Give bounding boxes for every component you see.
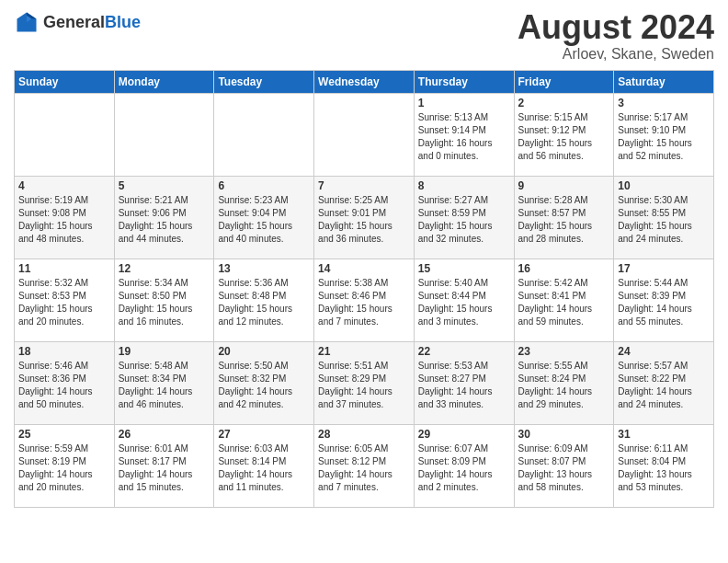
calendar-day-cell: [15, 93, 115, 176]
day-info: Sunrise: 5:25 AM Sunset: 9:01 PM Dayligh…: [318, 194, 410, 246]
day-info: Sunrise: 5:32 AM Sunset: 8:53 PM Dayligh…: [18, 277, 110, 328]
calendar-day-cell: 2Sunrise: 5:15 AM Sunset: 9:12 PM Daylig…: [514, 93, 614, 176]
day-number: 25: [18, 428, 110, 441]
day-info: Sunrise: 6:03 AM Sunset: 8:14 PM Dayligh…: [218, 442, 310, 494]
logo-icon: [14, 9, 40, 35]
calendar-day-cell: 16Sunrise: 5:42 AM Sunset: 8:41 PM Dayli…: [514, 259, 614, 341]
day-info: Sunrise: 5:59 AM Sunset: 8:19 PM Dayligh…: [18, 442, 110, 494]
logo-blue: Blue: [105, 13, 141, 31]
calendar-header-row: SundayMondayTuesdayWednesdayThursdayFrid…: [15, 70, 714, 93]
calendar-week-row: 25Sunrise: 5:59 AM Sunset: 8:19 PM Dayli…: [15, 424, 714, 507]
day-info: Sunrise: 5:53 AM Sunset: 8:27 PM Dayligh…: [418, 360, 510, 411]
calendar-day-cell: 21Sunrise: 5:51 AM Sunset: 8:29 PM Dayli…: [314, 341, 415, 424]
day-of-week-header: Saturday: [614, 70, 714, 93]
day-info: Sunrise: 5:23 AM Sunset: 9:04 PM Dayligh…: [218, 194, 310, 246]
day-info: Sunrise: 5:42 AM Sunset: 8:41 PM Dayligh…: [518, 277, 610, 328]
day-number: 12: [119, 262, 210, 275]
day-number: 11: [18, 262, 110, 275]
calendar-day-cell: 13Sunrise: 5:36 AM Sunset: 8:48 PM Dayli…: [214, 259, 314, 341]
day-info: Sunrise: 5:15 AM Sunset: 9:12 PM Dayligh…: [518, 111, 610, 163]
day-info: Sunrise: 5:50 AM Sunset: 8:32 PM Dayligh…: [218, 360, 310, 411]
day-info: Sunrise: 6:05 AM Sunset: 8:12 PM Dayligh…: [318, 442, 410, 494]
day-number: 9: [518, 179, 610, 192]
day-number: 8: [418, 179, 510, 192]
calendar-day-cell: 20Sunrise: 5:50 AM Sunset: 8:32 PM Dayli…: [214, 341, 314, 424]
calendar-day-cell: 27Sunrise: 6:03 AM Sunset: 8:14 PM Dayli…: [214, 424, 314, 507]
day-info: Sunrise: 5:57 AM Sunset: 8:22 PM Dayligh…: [618, 360, 710, 411]
day-number: 23: [518, 345, 610, 358]
day-info: Sunrise: 6:07 AM Sunset: 8:09 PM Dayligh…: [418, 442, 510, 494]
day-info: Sunrise: 5:34 AM Sunset: 8:50 PM Dayligh…: [119, 277, 210, 328]
day-number: 2: [518, 97, 610, 109]
day-info: Sunrise: 5:55 AM Sunset: 8:24 PM Dayligh…: [518, 360, 610, 411]
day-number: 18: [18, 345, 110, 358]
day-number: 6: [218, 179, 310, 192]
logo: GeneralBlue: [14, 9, 141, 35]
calendar-day-cell: [314, 93, 415, 176]
day-number: 14: [318, 262, 410, 275]
day-number: 27: [218, 428, 310, 441]
calendar-day-cell: 22Sunrise: 5:53 AM Sunset: 8:27 PM Dayli…: [414, 341, 514, 424]
day-number: 21: [318, 345, 410, 358]
day-info: Sunrise: 5:28 AM Sunset: 8:57 PM Dayligh…: [518, 194, 610, 246]
calendar-day-cell: 30Sunrise: 6:09 AM Sunset: 8:07 PM Dayli…: [514, 424, 614, 507]
calendar-week-row: 18Sunrise: 5:46 AM Sunset: 8:36 PM Dayli…: [15, 341, 714, 424]
day-info: Sunrise: 5:46 AM Sunset: 8:36 PM Dayligh…: [18, 360, 110, 411]
calendar-day-cell: 26Sunrise: 6:01 AM Sunset: 8:17 PM Dayli…: [114, 424, 214, 507]
location-subtitle: Arloev, Skane, Sweden: [518, 46, 714, 63]
calendar-week-row: 1Sunrise: 5:13 AM Sunset: 9:14 PM Daylig…: [15, 93, 714, 176]
title-block: August 2024 Arloev, Skane, Sweden: [518, 9, 714, 63]
day-number: 4: [18, 179, 110, 192]
day-number: 24: [618, 345, 710, 358]
day-of-week-header: Friday: [514, 70, 614, 93]
calendar-day-cell: [214, 93, 314, 176]
day-info: Sunrise: 5:17 AM Sunset: 9:10 PM Dayligh…: [618, 111, 710, 163]
day-number: 30: [518, 428, 610, 441]
day-info: Sunrise: 5:38 AM Sunset: 8:46 PM Dayligh…: [318, 277, 410, 328]
day-info: Sunrise: 5:27 AM Sunset: 8:59 PM Dayligh…: [418, 194, 510, 246]
day-of-week-header: Sunday: [15, 70, 115, 93]
calendar-day-cell: 11Sunrise: 5:32 AM Sunset: 8:53 PM Dayli…: [15, 259, 115, 341]
day-info: Sunrise: 5:21 AM Sunset: 9:06 PM Dayligh…: [119, 194, 210, 246]
day-number: 3: [618, 97, 710, 109]
calendar-day-cell: 28Sunrise: 6:05 AM Sunset: 8:12 PM Dayli…: [314, 424, 415, 507]
day-of-week-header: Thursday: [414, 70, 514, 93]
day-number: 26: [119, 428, 210, 441]
day-info: Sunrise: 5:40 AM Sunset: 8:44 PM Dayligh…: [418, 277, 510, 328]
calendar-day-cell: 6Sunrise: 5:23 AM Sunset: 9:04 PM Daylig…: [214, 176, 314, 259]
day-number: 22: [418, 345, 510, 358]
day-number: 28: [318, 428, 410, 441]
day-number: 15: [418, 262, 510, 275]
day-info: Sunrise: 5:19 AM Sunset: 9:08 PM Dayligh…: [18, 194, 110, 246]
calendar-day-cell: 4Sunrise: 5:19 AM Sunset: 9:08 PM Daylig…: [15, 176, 115, 259]
calendar-day-cell: 17Sunrise: 5:44 AM Sunset: 8:39 PM Dayli…: [614, 259, 714, 341]
calendar-day-cell: 10Sunrise: 5:30 AM Sunset: 8:55 PM Dayli…: [614, 176, 714, 259]
calendar-table: SundayMondayTuesdayWednesdayThursdayFrid…: [14, 70, 714, 508]
calendar-day-cell: 3Sunrise: 5:17 AM Sunset: 9:10 PM Daylig…: [614, 93, 714, 176]
calendar-day-cell: 24Sunrise: 5:57 AM Sunset: 8:22 PM Dayli…: [614, 341, 714, 424]
calendar-day-cell: 1Sunrise: 5:13 AM Sunset: 9:14 PM Daylig…: [414, 93, 514, 176]
day-number: 7: [318, 179, 410, 192]
day-info: Sunrise: 6:09 AM Sunset: 8:07 PM Dayligh…: [518, 442, 610, 494]
day-of-week-header: Wednesday: [314, 70, 415, 93]
logo-text: GeneralBlue: [43, 13, 141, 32]
page-header: GeneralBlue August 2024 Arloev, Skane, S…: [14, 9, 714, 63]
day-info: Sunrise: 6:11 AM Sunset: 8:04 PM Dayligh…: [618, 442, 710, 494]
day-number: 16: [518, 262, 610, 275]
month-year-title: August 2024: [518, 9, 714, 46]
day-number: 1: [418, 97, 510, 109]
calendar-day-cell: 23Sunrise: 5:55 AM Sunset: 8:24 PM Dayli…: [514, 341, 614, 424]
day-number: 19: [119, 345, 210, 358]
calendar-day-cell: 5Sunrise: 5:21 AM Sunset: 9:06 PM Daylig…: [114, 176, 214, 259]
calendar-week-row: 11Sunrise: 5:32 AM Sunset: 8:53 PM Dayli…: [15, 259, 714, 341]
calendar-day-cell: 8Sunrise: 5:27 AM Sunset: 8:59 PM Daylig…: [414, 176, 514, 259]
calendar-day-cell: [114, 93, 214, 176]
day-number: 5: [119, 179, 210, 192]
calendar-day-cell: 14Sunrise: 5:38 AM Sunset: 8:46 PM Dayli…: [314, 259, 415, 341]
calendar-day-cell: 31Sunrise: 6:11 AM Sunset: 8:04 PM Dayli…: [614, 424, 714, 507]
day-of-week-header: Tuesday: [214, 70, 314, 93]
calendar-day-cell: 25Sunrise: 5:59 AM Sunset: 8:19 PM Dayli…: [15, 424, 115, 507]
day-number: 13: [218, 262, 310, 275]
calendar-day-cell: 19Sunrise: 5:48 AM Sunset: 8:34 PM Dayli…: [114, 341, 214, 424]
calendar-day-cell: 29Sunrise: 6:07 AM Sunset: 8:09 PM Dayli…: [414, 424, 514, 507]
